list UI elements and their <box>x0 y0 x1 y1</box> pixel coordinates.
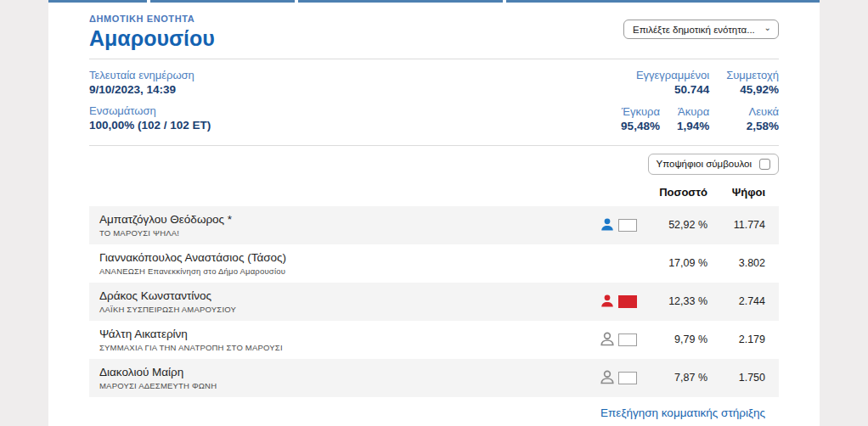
ballot-box-icon <box>618 295 637 308</box>
results-footer: Επεξήγηση κομματικής στήριξης * νυν δήμα… <box>89 397 779 426</box>
stat-label: Συμμετοχή <box>726 69 779 82</box>
candidate-percent: 9,79 % <box>644 334 707 345</box>
stat-value: 9/10/2023, 14:39 <box>89 82 211 98</box>
ballot-box-icon <box>618 372 637 384</box>
candidate-support-icons <box>600 217 644 233</box>
chevron-down-icon: ⌄ <box>764 24 771 32</box>
candidate-party: ΜΑΡΟΥΣΙ ΑΔΕΣΜΕΥΤΗ ΦΩΝΗ <box>99 381 600 390</box>
stat-value: 1,94% <box>677 119 709 134</box>
person-icon <box>600 332 615 347</box>
candidate-support-icons <box>600 332 644 347</box>
candidate-party: ΣΥΜΜΑΧΙΑ ΓΙΑ ΤΗΝ ΑΝΑΤΡΟΠΗ ΣΤΟ ΜΑΡΟΥΣΙ <box>99 343 600 352</box>
stat-participation: Συμμετοχή 45,92% <box>726 69 779 98</box>
ballot-box-icon <box>618 334 637 346</box>
candidate-name-block: Δράκος Κωνσταντίνος ΛΑΪΚΗ ΣΥΣΠΕΙΡΩΣΗ ΑΜΑ… <box>99 289 600 314</box>
page-eyebrow: ΔΗΜΟΤΙΚΗ ΕΝΟΤΗΤΑ <box>89 14 215 24</box>
stat-label: Εγγεγραμμένοι <box>636 69 709 82</box>
candidate-name: Αμπατζόγλου Θεόδωρος * <box>99 213 600 226</box>
tab-strip <box>48 0 820 3</box>
candidate-votes: 11.774 <box>707 219 765 231</box>
stat-label: Άκυρα <box>677 105 709 119</box>
party-support-legend-link[interactable]: Επεξήγηση κομματικής στήριξης <box>600 406 765 419</box>
results-table-body: Αμπατζόγλου Θεόδωρος * ΤΟ ΜΑΡΟΥΣΙ ΨΗΛΑ! … <box>89 206 779 397</box>
stat-integration: Ενσωμάτωση 100,00% (102 / 102 ΕΤ) <box>89 104 211 133</box>
person-icon <box>600 370 615 385</box>
candidate-party: ΑΝΑΝΕΩΣΗ Επανεκκίνηση στο Δήμο Αμαρουσίο… <box>99 266 600 276</box>
stat-label: Ενσωμάτωση <box>89 104 211 118</box>
candidate-support-icons <box>600 370 644 385</box>
stat-valid: Έγκυρα 95,48% <box>621 105 660 134</box>
left-stats: Τελευταία ενημέρωση 9/10/2023, 14:39 Ενσ… <box>89 69 211 134</box>
candidate-name-block: Ψάλτη Αικατερίνη ΣΥΜΜΑΧΙΑ ΓΙΑ ΤΗΝ ΑΝΑΤΡΟ… <box>99 328 600 352</box>
tab-underline <box>48 0 147 3</box>
tab-underline <box>150 0 295 3</box>
candidate-name-block: Αμπατζόγλου Θεόδωρος * ΤΟ ΜΑΡΟΥΣΙ ΨΗΛΑ! <box>99 213 600 238</box>
candidate-row[interactable]: Ψάλτη Αικατερίνη ΣΥΜΜΑΧΙΑ ΓΙΑ ΤΗΝ ΑΝΑΤΡΟ… <box>89 321 779 359</box>
candidate-percent: 17,09 % <box>644 257 707 269</box>
municipal-unit-select[interactable]: Επιλέξτε δημοτική ενότητα... ⌄ <box>623 20 779 39</box>
candidate-percent: 7,87 % <box>644 372 707 384</box>
content-panel: ΔΗΜΟΤΙΚΗ ΕΝΟΤΗΤΑ Αμαρουσίου Επιλέξτε δημ… <box>48 0 820 426</box>
page-title: Αμαρουσίου <box>89 26 215 51</box>
stat-label: Τελευταία ενημέρωση <box>89 69 211 82</box>
stat-label: Έγκυρα <box>621 105 660 119</box>
candidate-row[interactable]: Γιαννακόπουλος Αναστάσιος (Τάσος) ΑΝΑΝΕΩ… <box>89 244 779 283</box>
title-block: ΔΗΜΟΤΙΚΗ ΕΝΟΤΗΤΑ Αμαρουσίου <box>89 14 215 51</box>
page: ΔΗΜΟΤΙΚΗ ΕΝΟΤΗΤΑ Αμαρουσίου Επιλέξτε δημ… <box>0 0 868 426</box>
stat-value: 95,48% <box>621 119 660 134</box>
candidate-name: Ψάλτη Αικατερίνη <box>99 328 600 340</box>
candidate-votes: 2.744 <box>707 295 765 307</box>
stat-registered: Εγγεγραμμένοι 50.744 <box>636 69 709 98</box>
candidate-party: ΛΑΪΚΗ ΣΥΣΠΕΙΡΩΣΗ ΑΜΑΡΟΥΣΙΟΥ <box>99 305 600 314</box>
column-header-votes: Ψήφοι <box>707 186 765 199</box>
stat-label: Λευκά <box>747 105 779 119</box>
person-icon <box>600 294 615 309</box>
candidate-name: Δράκος Κωνσταντίνος <box>99 289 600 302</box>
municipal-unit-select-value: Επιλέξτε δημοτική ενότητα... <box>633 25 755 35</box>
candidate-row[interactable]: Διακολιού Μαίρη ΜΑΡΟΥΣΙ ΑΔΕΣΜΕΥΤΗ ΦΩΝΗ 7… <box>89 359 779 397</box>
results-toolbar: Υποψήφιοι σύμβουλοι <box>89 146 779 175</box>
candidate-name: Γιαννακόπουλος Αναστάσιος (Τάσος) <box>99 251 600 264</box>
stat-invalid: Άκυρα 1,94% <box>677 105 709 134</box>
candidate-percent: 12,33 % <box>644 295 707 307</box>
candidate-party: ΤΟ ΜΑΡΟΥΣΙ ΨΗΛΑ! <box>99 228 600 238</box>
stat-value: 100,00% (102 / 102 ΕΤ) <box>89 118 211 133</box>
right-stats: Εγγεγραμμένοι 50.744 Συμμετοχή 45,92% Έγ… <box>621 69 779 134</box>
person-icon <box>600 217 615 233</box>
candidate-support-icons <box>600 294 644 309</box>
stats-section: Τελευταία ενημέρωση 9/10/2023, 14:39 Ενσ… <box>89 59 779 146</box>
candidate-row[interactable]: Αμπατζόγλου Θεόδωρος * ΤΟ ΜΑΡΟΥΣΙ ΨΗΛΑ! … <box>89 206 779 244</box>
tab-underline <box>298 0 503 3</box>
council-candidates-toggle-label: Υποψήφιοι σύμβουλοι <box>657 159 752 169</box>
council-candidates-toggle[interactable]: Υποψήφιοι σύμβουλοι <box>648 154 779 175</box>
candidate-name-block: Διακολιού Μαίρη ΜΑΡΟΥΣΙ ΑΔΕΣΜΕΥΤΗ ΦΩΝΗ <box>99 366 600 390</box>
candidate-percent: 52,92 % <box>644 219 707 231</box>
candidate-votes: 2.179 <box>707 334 765 345</box>
candidate-name-block: Γιαννακόπουλος Αναστάσιος (Τάσος) ΑΝΑΝΕΩ… <box>99 251 600 276</box>
candidate-votes: 1.750 <box>707 372 765 384</box>
stat-blank: Λευκά 2,58% <box>747 105 779 134</box>
candidate-votes: 3.802 <box>707 257 765 269</box>
stat-last-update: Τελευταία ενημέρωση 9/10/2023, 14:39 <box>89 69 211 98</box>
tab-underline <box>506 0 820 3</box>
candidate-name: Διακολιού Μαίρη <box>99 366 600 378</box>
column-header-percent: Ποσοστό <box>644 186 707 199</box>
stat-value: 2,58% <box>747 119 779 134</box>
ballot-box-icon <box>618 219 637 232</box>
candidate-row[interactable]: Δράκος Κωνσταντίνος ΛΑΪΚΗ ΣΥΣΠΕΙΡΩΣΗ ΑΜΑ… <box>89 283 779 321</box>
stat-value: 50.744 <box>636 82 709 98</box>
stat-value: 45,92% <box>726 82 779 98</box>
page-header: ΔΗΜΟΤΙΚΗ ΕΝΟΤΗΤΑ Αμαρουσίου Επιλέξτε δημ… <box>89 3 779 59</box>
results-header-row: Ποσοστό Ψήφοι <box>89 186 779 206</box>
checkbox-icon[interactable] <box>759 159 770 170</box>
candidate-support-icons <box>600 255 644 271</box>
